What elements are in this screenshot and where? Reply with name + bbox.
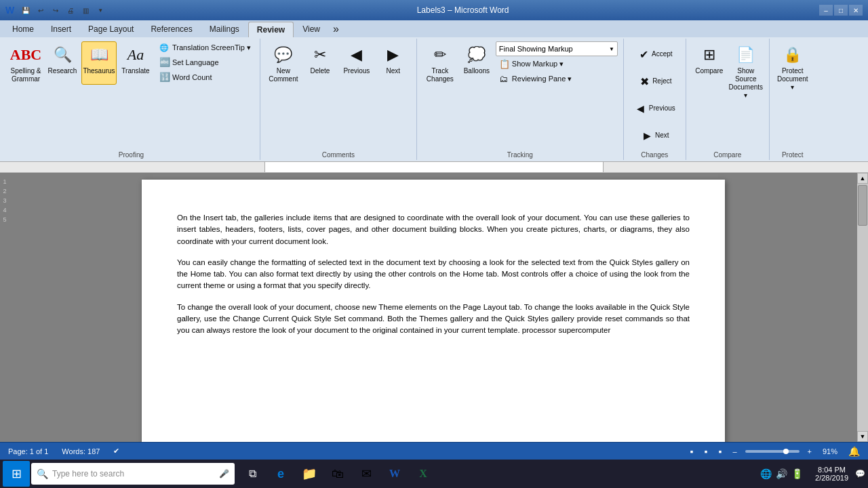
- zoom-out-button[interactable]: –: [730, 446, 739, 457]
- clock[interactable]: 8:04 PM 2/28/2019: [811, 464, 852, 483]
- spell-check-status[interactable]: ✔: [111, 445, 122, 457]
- show-markup-icon: 📋: [499, 59, 510, 69]
- notifications-icon[interactable]: 💬: [855, 469, 865, 479]
- word-button[interactable]: W: [381, 461, 408, 487]
- delete-comment-button[interactable]: ✂ Delete: [302, 41, 338, 85]
- word-count-text: Words: 187: [62, 447, 100, 455]
- page-info-text: Page: 1 of 1: [8, 447, 48, 455]
- set-language-button[interactable]: 🔤 Set Language: [156, 55, 254, 69]
- scroll-down-button[interactable]: ▼: [857, 431, 868, 442]
- tab-insert[interactable]: Insert: [43, 22, 79, 37]
- track-changes-button[interactable]: ✏ TrackChanges: [422, 41, 458, 86]
- new-comment-button[interactable]: 💬 NewComment: [266, 41, 301, 86]
- show-source-button[interactable]: 📄 Show SourceDocuments ▾: [728, 41, 764, 102]
- previous-change-button[interactable]: ◀ Previous: [629, 96, 680, 121]
- spelling-grammar-button[interactable]: ABC Spelling &Grammar: [8, 41, 43, 86]
- thesaurus-button[interactable]: 📖 Thesaurus: [81, 41, 117, 85]
- zoom-level[interactable]: 91%: [820, 446, 840, 457]
- next-comment-button[interactable]: ▶ Next: [376, 41, 411, 85]
- translation-screentip-button[interactable]: 🌐 Translation ScreenTip ▾: [156, 41, 254, 54]
- translate-button[interactable]: Aa Translate: [118, 41, 153, 85]
- previous-comment-button[interactable]: ◀ Previous: [339, 41, 374, 85]
- notification-icon[interactable]: 🔔: [846, 445, 863, 458]
- paragraph-2: You can easily change the formatting of …: [177, 257, 690, 292]
- word-count-status[interactable]: Words: 187: [59, 446, 102, 457]
- markup-dropdown[interactable]: Final Showing Markup ▼: [496, 41, 618, 56]
- new-comment-label: NewComment: [269, 67, 298, 83]
- markup-dropdown-arrow: ▼: [609, 46, 614, 52]
- horizontal-ruler: // we'll just render inline: [0, 162, 868, 173]
- previous-comment-label: Previous: [343, 67, 370, 75]
- tab-review[interactable]: Review: [248, 22, 294, 37]
- close-button[interactable]: ✕: [849, 5, 863, 16]
- compare-icon: ⊞: [698, 44, 720, 66]
- left-margin: 1 2 3 4 5: [0, 173, 9, 442]
- show-markup-button[interactable]: 📋 Show Markup ▾: [496, 57, 618, 71]
- page-info[interactable]: Page: 1 of 1: [5, 446, 51, 457]
- network-icon[interactable]: 🌐: [760, 468, 772, 479]
- ribbon-content: ABC Spelling &Grammar 🔍 Research 📖 Thesa…: [0, 37, 868, 161]
- research-button[interactable]: 🔍 Research: [45, 41, 80, 85]
- battery-icon[interactable]: 🔋: [791, 468, 803, 479]
- clock-time: 8:04 PM: [815, 466, 848, 474]
- store-button[interactable]: 🛍: [324, 461, 351, 487]
- vertical-scrollbar[interactable]: ▲ ▼: [857, 173, 868, 442]
- translate-label: Translate: [121, 67, 149, 75]
- start-button[interactable]: ⊞: [3, 461, 30, 487]
- taskbar-search[interactable]: 🔍 Type here to search 🎤: [31, 463, 235, 485]
- reject-button[interactable]: ✖ Reject: [633, 68, 676, 94]
- changes-items: ✔ Accept ✖ Reject ◀ Previous ▶ Next: [629, 40, 680, 150]
- excel-button[interactable]: X: [410, 461, 437, 487]
- balloons-button[interactable]: 💭 Balloons: [459, 41, 494, 85]
- reviewing-pane-button[interactable]: 🗂 Reviewing Pane ▾: [496, 72, 618, 86]
- qat-print-preview[interactable]: 🖨: [64, 4, 77, 16]
- accept-button[interactable]: ✔ Accept: [632, 41, 677, 67]
- mail-button[interactable]: ✉: [353, 461, 380, 487]
- tab-view[interactable]: View: [294, 22, 328, 37]
- accept-label: Accept: [652, 50, 673, 58]
- document-page[interactable]: On the Insert tab, the galleries include…: [142, 180, 725, 442]
- excel-app-icon: X: [419, 468, 427, 480]
- qat-dropdown[interactable]: ▼: [94, 4, 106, 16]
- thesaurus-label: Thesaurus: [83, 67, 115, 75]
- next-comment-label: Next: [387, 67, 401, 75]
- balloons-label: Balloons: [464, 67, 490, 75]
- compare-button[interactable]: ⊞ Compare: [692, 41, 727, 85]
- tab-references[interactable]: References: [142, 22, 200, 37]
- margin-num-2: 2: [3, 188, 6, 195]
- titlebar: W 💾 ↩ ↪ 🖨 ▥ ▼ Labels3 – Microsoft Word –…: [0, 0, 868, 20]
- tab-home[interactable]: Home: [4, 22, 42, 37]
- taskbar-search-icon: 🔍: [37, 468, 48, 479]
- translation-screentip-icon: 🌐: [159, 43, 170, 52]
- paragraph-3: To change the overall look of your docum…: [177, 302, 690, 337]
- taskview-button[interactable]: ⧉: [239, 461, 266, 487]
- view-print-button[interactable]: ▪: [688, 445, 696, 458]
- edge-button[interactable]: e: [267, 461, 294, 487]
- zoom-slider[interactable]: [745, 450, 800, 453]
- scroll-up-button[interactable]: ▲: [857, 173, 868, 184]
- tab-page-layout[interactable]: Page Layout: [80, 22, 142, 37]
- protect-document-button[interactable]: 🔒 ProtectDocument ▾: [775, 41, 810, 94]
- qat-quick-print[interactable]: ▥: [79, 4, 92, 16]
- proofing-buttons: ABC Spelling &Grammar 🔍 Research 📖 Thesa…: [8, 40, 254, 150]
- proofing-group-label: Proofing: [119, 150, 144, 159]
- maximize-button[interactable]: □: [834, 5, 848, 16]
- qat-undo[interactable]: ↩: [35, 4, 47, 16]
- titlebar-left: W 💾 ↩ ↪ 🖨 ▥ ▼: [5, 4, 106, 16]
- volume-icon[interactable]: 🔊: [776, 468, 787, 479]
- scroll-thumb[interactable]: [858, 185, 867, 226]
- app-logo-icon: W: [5, 5, 14, 16]
- view-fullscreen-button[interactable]: ▪: [701, 445, 710, 458]
- explorer-button[interactable]: 📁: [296, 461, 323, 487]
- zoom-in-button[interactable]: +: [805, 446, 814, 457]
- reviewing-pane-icon: 🗂: [499, 74, 510, 84]
- qat-save[interactable]: 💾: [20, 4, 32, 16]
- view-web-button[interactable]: ▪: [715, 445, 724, 458]
- qat-redo[interactable]: ↪: [50, 4, 62, 16]
- taskbar-mic-icon[interactable]: 🎤: [219, 469, 229, 479]
- next-change-button[interactable]: ▶ Next: [635, 123, 674, 148]
- word-count-button[interactable]: 🔢 Word Count: [156, 70, 254, 84]
- research-label: Research: [48, 67, 77, 75]
- minimize-button[interactable]: –: [819, 5, 833, 16]
- tab-mailings[interactable]: Mailings: [201, 22, 248, 37]
